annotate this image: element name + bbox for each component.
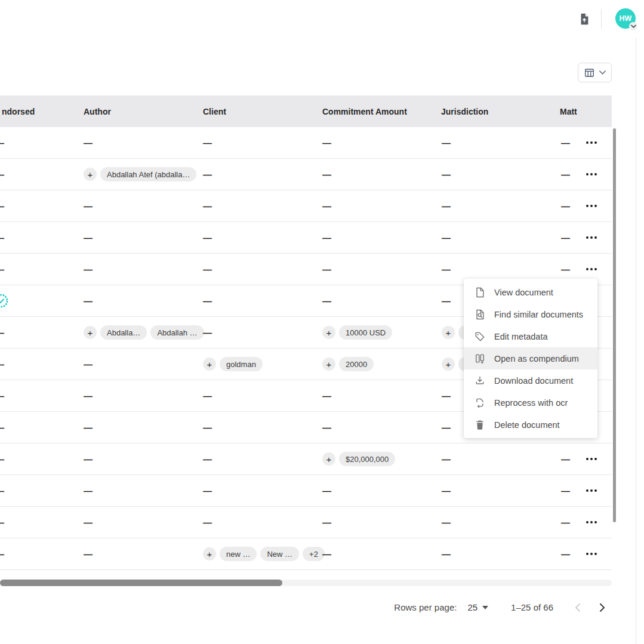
column-header-matter[interactable]: Matt bbox=[560, 107, 577, 116]
add-metadata-button[interactable]: + bbox=[203, 358, 216, 371]
menu-item-edit-metadata[interactable]: Edit metadata bbox=[464, 325, 597, 347]
empty-value: — bbox=[203, 170, 212, 180]
add-metadata-button[interactable]: + bbox=[322, 452, 335, 466]
cell-jurisdiction: — bbox=[442, 391, 451, 401]
row-actions-button[interactable] bbox=[584, 138, 599, 147]
row-actions-button[interactable] bbox=[584, 264, 599, 274]
metadata-chip[interactable]: Abdalla… bbox=[100, 325, 147, 340]
menu-item-reprocess-with-ocr[interactable]: Reprocess with ocr bbox=[464, 392, 597, 414]
menu-item-label: Edit metadata bbox=[494, 332, 547, 341]
empty-value: — bbox=[442, 423, 451, 433]
column-header-client[interactable]: Client bbox=[203, 107, 226, 116]
cell-client: — bbox=[203, 486, 212, 496]
table-row[interactable]: —————— bbox=[0, 127, 612, 159]
cell-commitment: — bbox=[322, 296, 331, 306]
row-actions-button[interactable] bbox=[584, 454, 599, 464]
cell-client: — bbox=[203, 296, 212, 306]
row-actions-button[interactable] bbox=[584, 486, 599, 495]
table-row[interactable]: ——+new …New …+2——— bbox=[0, 538, 612, 570]
row-actions-button[interactable] bbox=[584, 233, 599, 242]
empty-value: — bbox=[561, 486, 570, 496]
horizontal-scrollbar-thumb[interactable] bbox=[0, 580, 282, 586]
metadata-chip[interactable]: New … bbox=[260, 547, 299, 561]
rows-per-page-select[interactable]: 25 bbox=[467, 602, 488, 612]
menu-item-open-as-compendium[interactable]: Open as compendium bbox=[464, 347, 597, 369]
cell-client: — bbox=[203, 391, 212, 401]
upload-document-icon bbox=[578, 13, 591, 26]
cell-endorsed bbox=[0, 293, 11, 309]
column-header-jurisdiction[interactable]: Jurisdiction bbox=[441, 107, 488, 116]
table-row[interactable]: —————— bbox=[0, 190, 612, 222]
column-header-author[interactable]: Author bbox=[84, 107, 111, 116]
row-actions-button[interactable] bbox=[584, 201, 599, 211]
empty-value: — bbox=[84, 296, 93, 306]
cell-author: — bbox=[84, 233, 93, 243]
cell-endorsed: — bbox=[0, 328, 4, 338]
book-plus-icon bbox=[474, 353, 486, 365]
empty-value: — bbox=[0, 359, 4, 369]
metadata-chip[interactable]: 10000 USD bbox=[339, 325, 392, 340]
cell-author: +Abdalla…Abdallah … bbox=[84, 325, 204, 340]
add-metadata-button[interactable]: + bbox=[203, 547, 216, 560]
rows-per-page-value: 25 bbox=[467, 602, 477, 612]
add-metadata-button[interactable]: + bbox=[84, 326, 97, 339]
table-row[interactable]: —————— bbox=[0, 475, 612, 507]
cell-endorsed: — bbox=[0, 391, 4, 401]
column-header-endorsed[interactable]: ndorsed bbox=[2, 107, 35, 116]
table-row[interactable]: —+Abdallah Atef (abdalla…———— bbox=[0, 159, 612, 190]
table-row[interactable]: —————— bbox=[0, 507, 612, 538]
metadata-chip[interactable]: new … bbox=[220, 547, 257, 561]
cell-endorsed: — bbox=[0, 264, 4, 275]
empty-value: — bbox=[322, 549, 331, 559]
add-metadata-button[interactable]: + bbox=[442, 326, 455, 339]
metadata-chip[interactable]: +2 bbox=[303, 547, 325, 561]
empty-value: — bbox=[561, 201, 570, 211]
empty-value: — bbox=[84, 138, 93, 148]
menu-item-view-document[interactable]: View document bbox=[464, 281, 597, 303]
user-avatar[interactable]: HW bbox=[615, 8, 636, 29]
vertical-scrollbar[interactable] bbox=[613, 128, 616, 522]
horizontal-scrollbar[interactable] bbox=[0, 580, 612, 586]
metadata-chip[interactable]: $20,000,000 bbox=[339, 452, 395, 466]
table-row[interactable]: —————— bbox=[0, 222, 612, 254]
cell-endorsed: — bbox=[0, 549, 4, 559]
next-page-button[interactable] bbox=[594, 599, 611, 616]
empty-value: — bbox=[84, 391, 93, 401]
metadata-chip[interactable]: Abdallah Atef (abdalla… bbox=[100, 167, 196, 181]
cell-matter: — bbox=[561, 233, 570, 243]
table-columns-icon bbox=[584, 67, 595, 78]
metadata-chip[interactable]: goldman bbox=[220, 357, 263, 371]
column-header-commitment[interactable]: Commitment Amount bbox=[322, 107, 407, 116]
empty-value: — bbox=[442, 233, 451, 243]
metadata-chip[interactable]: Abdallah … bbox=[150, 325, 204, 340]
menu-item-download-document[interactable]: Download document bbox=[464, 369, 597, 392]
cell-actions bbox=[584, 264, 599, 274]
add-metadata-button[interactable]: + bbox=[322, 358, 335, 371]
prev-page-button[interactable] bbox=[569, 599, 586, 616]
cell-client: — bbox=[203, 517, 212, 528]
empty-value: — bbox=[442, 296, 451, 306]
row-actions-button[interactable] bbox=[584, 549, 599, 559]
add-metadata-button[interactable]: + bbox=[322, 326, 335, 339]
metadata-chip[interactable]: 20000 bbox=[339, 357, 374, 371]
row-actions-button[interactable] bbox=[584, 170, 599, 179]
table-row[interactable]: ———+$20,000,000—— bbox=[0, 443, 612, 475]
menu-item-find-similar-documents[interactable]: Find similar documents bbox=[464, 303, 597, 325]
cell-commitment: — bbox=[322, 264, 331, 275]
upload-document-button[interactable] bbox=[574, 9, 594, 29]
add-metadata-button[interactable]: + bbox=[442, 358, 455, 371]
cell-endorsed: — bbox=[0, 517, 4, 528]
add-metadata-button[interactable]: + bbox=[84, 168, 97, 181]
cell-matter: — bbox=[561, 170, 570, 180]
cell-commitment: — bbox=[322, 138, 331, 148]
cell-matter: — bbox=[561, 201, 570, 211]
document-table-page: HW ndorsed Author Client Commitment Amou… bbox=[0, 0, 644, 644]
cell-matter: — bbox=[561, 549, 570, 559]
columns-view-button[interactable] bbox=[578, 63, 612, 82]
page-range-label: 1–25 of 66 bbox=[511, 602, 553, 612]
empty-value: — bbox=[561, 264, 570, 275]
cell-endorsed: — bbox=[0, 423, 4, 433]
row-actions-button[interactable] bbox=[584, 517, 599, 527]
empty-value: — bbox=[84, 517, 93, 528]
menu-item-delete-document[interactable]: Delete document bbox=[464, 414, 597, 436]
